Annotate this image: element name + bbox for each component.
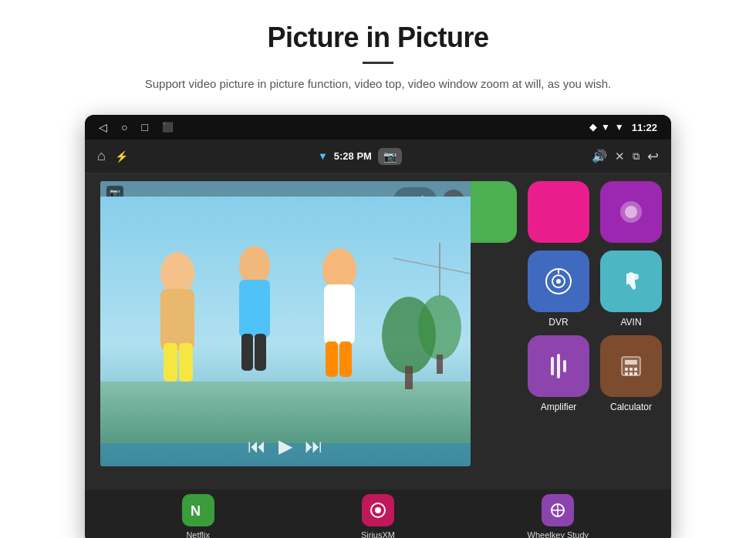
toolbar-usb-icon[interactable]: ⚡ [115,150,128,163]
svg-rect-33 [405,366,413,389]
siriusxm-icon [362,494,394,526]
back-icon[interactable]: ◁ [99,121,107,133]
calculator-label: Calculator [610,402,652,412]
app-amplifier-icon [528,335,589,397]
svg-rect-12 [625,368,628,371]
app-amplifier[interactable]: Amplifier [528,335,589,412]
device-frame: ◁ ○ □ ⬛ ◆ ▼ ▼ 11:22 ⌂ ⚡ ▼ 5:28 PM � [85,115,671,538]
bottom-app-row: N Netflix SiriusXM [85,489,671,538]
app-toolbar: ⌂ ⚡ ▼ 5:28 PM 📷 🔊 ✕ ⧉ ↩ [85,140,671,173]
home-icon[interactable]: ○ [121,121,127,133]
app-avin-icon [600,251,662,312]
netflix-icon: N [182,494,214,526]
toolbar-home-icon[interactable]: ⌂ [97,148,106,164]
pip-icon[interactable]: ⧉ [633,150,640,163]
svg-rect-11 [625,360,637,365]
video-scene: 📷 − + ✕ [100,181,471,466]
back-toolbar-icon[interactable]: ↩ [647,148,659,165]
status-time: 11:22 [632,122,657,133]
svg-point-34 [418,295,461,360]
svg-rect-8 [557,354,560,378]
avin-label: AVIN [620,317,641,328]
toolbar-time: 5:28 PM [334,150,372,162]
siriusxm-label: SiriusXM [361,530,395,539]
play-pause-button[interactable]: ▶ [278,435,292,457]
pip-container[interactable]: 📷 − + ✕ [100,181,471,466]
status-bar-right: ◆ ▼ ▼ 11:22 [589,122,657,133]
svg-rect-19 [100,382,471,443]
svg-rect-31 [339,341,352,377]
amplifier-label: Amplifier [541,402,577,412]
title-divider [363,62,393,64]
status-bar-left: ◁ ○ □ ⬛ [99,121,174,133]
recent-icon[interactable]: □ [141,121,147,133]
app-purple-light-icon [600,181,662,243]
wheelkey-label: Wheelkey Study [528,530,589,539]
svg-rect-30 [326,341,338,377]
app-grid: DVR AVIN [455,173,671,489]
svg-point-20 [160,252,194,295]
svg-text:N: N [191,503,201,519]
app-calculator-icon [600,335,662,397]
app-purple-light[interactable] [600,181,662,243]
svg-rect-25 [239,280,270,338]
netflix-label: Netflix [186,530,210,539]
app-row-mid: DVR AVIN [464,251,662,328]
rewind-button[interactable]: ⏮ [248,435,266,457]
status-bar: ◁ ○ □ ⬛ ◆ ▼ ▼ 11:22 [85,115,671,140]
camera-icon: 📷 [383,150,397,163]
svg-rect-29 [324,284,355,345]
svg-rect-14 [634,368,637,371]
pip-video: 📷 − + ✕ [100,181,471,466]
title-section: Picture in Picture Support video picture… [145,22,611,107]
svg-rect-13 [629,368,633,371]
svg-rect-16 [629,372,633,375]
fast-forward-button[interactable]: ⏭ [305,435,323,457]
toolbar-left: ⌂ ⚡ [97,148,128,164]
wifi-icon: ▼ [615,122,624,133]
app-calculator[interactable]: Calculator [600,335,662,412]
svg-point-6 [633,274,639,280]
svg-rect-26 [241,334,253,371]
page-title: Picture in Picture [145,22,611,54]
app-pink[interactable] [528,181,589,243]
svg-point-4 [556,279,561,284]
dvr-label: DVR [548,317,568,328]
main-content: DVR AVIN [85,173,671,489]
svg-rect-17 [634,372,637,375]
page-subtitle: Support video picture in picture functio… [145,75,611,93]
camera-button[interactable]: 📷 [378,148,402,165]
wheelkey-icon [542,494,574,526]
svg-rect-9 [563,360,566,372]
svg-rect-7 [551,357,554,375]
svg-point-42 [375,507,381,513]
app-dvr[interactable]: DVR [528,251,589,328]
location-icon: ◆ [589,122,596,133]
video-people-art [100,197,471,443]
svg-rect-35 [437,355,443,374]
close-icon[interactable]: ✕ [615,150,625,163]
toolbar-right: 🔊 ✕ ⧉ ↩ [592,148,659,165]
screenshot-icon[interactable]: ⬛ [162,122,174,133]
volume-icon[interactable]: 🔊 [592,149,607,163]
wifi-signal-icon: ▼ [601,122,610,133]
svg-point-1 [625,206,637,218]
svg-rect-23 [179,343,193,382]
svg-rect-22 [164,343,177,382]
toolbar-center: ▼ 5:28 PM 📷 [318,148,402,165]
bottom-app-siriusxm[interactable]: SiriusXM [288,494,467,539]
svg-rect-21 [160,289,194,351]
bottom-app-netflix[interactable]: N Netflix [108,494,288,539]
app-row-top [464,181,662,243]
bottom-app-wheelkey[interactable]: Wheelkey Study [468,494,648,539]
app-avin[interactable]: AVIN [600,251,662,328]
svg-rect-27 [255,334,266,371]
wifi-toolbar-icon: ▼ [318,150,328,162]
app-dvr-icon [528,251,589,312]
app-pink-icon [528,181,589,243]
svg-rect-15 [625,372,628,375]
video-playback-controls[interactable]: ⏮ ▶ ⏭ [248,435,323,457]
app-row-bot: Amplifier [464,335,662,412]
